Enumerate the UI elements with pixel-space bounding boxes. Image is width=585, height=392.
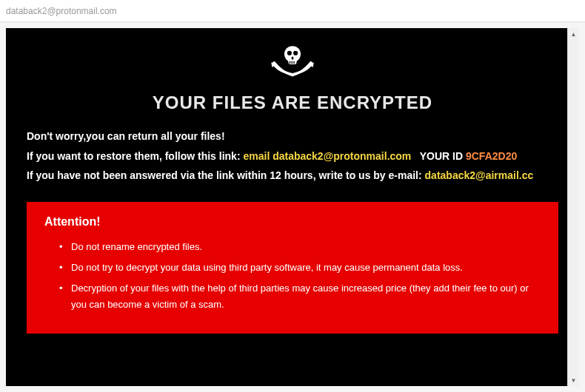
line3-prefix: If you have not been answered via the li… [27,169,425,181]
info-line-1: Don't worry,you can return all your file… [27,126,558,146]
info-line-3: If you have not been answered via the li… [27,166,558,186]
line2-email-label: email [243,150,273,162]
attention-item: Do not rename encrypted files. [59,239,541,255]
attention-item: Do not try to decrypt your data using th… [59,260,541,276]
ransom-note-window: databack2@protonmail.com [0,0,585,392]
svg-point-3 [293,51,298,55]
svg-rect-5 [290,61,290,64]
contact-email-1: databack2@protonmail.com [273,150,411,162]
attention-box: Attention! Do not rename encrypted files… [27,202,558,334]
attention-title: Attention! [44,215,541,229]
victim-id: 9CFA2D20 [466,150,517,162]
line2-prefix: If you want to restore them, follow this… [27,150,243,162]
info-section: Don't worry,you can return all your file… [27,126,558,186]
scroll-down-arrow-icon[interactable]: ▼ [568,374,579,386]
content-wrapper: YOUR FILES ARE ENCRYPTED Don't worry,you… [0,22,585,392]
header-section: YOUR FILES ARE ENCRYPTED [27,43,558,113]
id-label: YOUR ID [411,150,466,162]
window-title: databack2@protonmail.com [6,6,117,16]
titlebar[interactable]: databack2@protonmail.com [0,0,585,22]
svg-rect-7 [293,61,294,64]
attention-item: Decryption of your files with the help o… [59,280,541,313]
skull-crossbones-icon [267,43,318,87]
main-title: YOUR FILES ARE ENCRYPTED [27,92,558,113]
attention-list: Do not rename encrypted files. Do not tr… [44,239,541,313]
svg-point-4 [292,57,294,60]
vertical-scrollbar[interactable]: ▲ ▼ [567,28,579,386]
contact-email-2: databack2@airmail.cc [425,169,534,181]
ransom-content: YOUR FILES ARE ENCRYPTED Don't worry,you… [6,28,579,386]
svg-rect-6 [292,61,292,64]
info-line-2: If you want to restore them, follow this… [27,146,558,166]
scroll-up-arrow-icon[interactable]: ▲ [568,28,579,40]
svg-point-2 [287,51,292,55]
